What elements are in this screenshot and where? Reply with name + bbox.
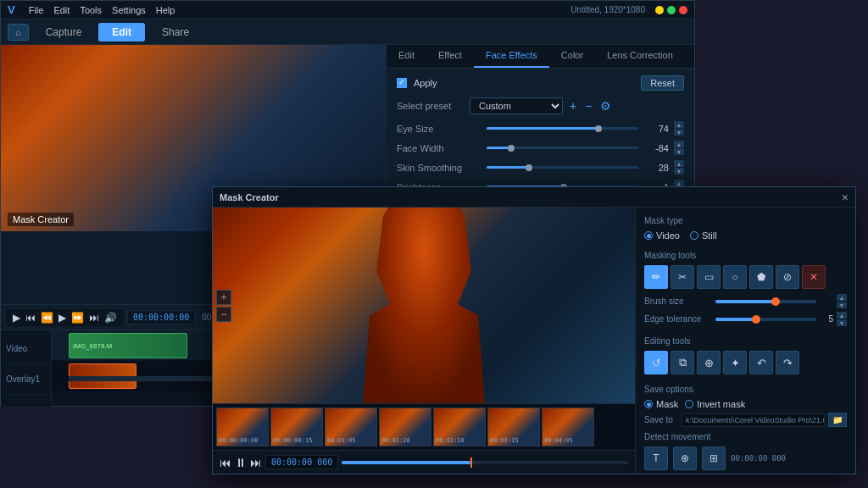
edit-tool-6[interactable]: ↷ xyxy=(776,351,799,374)
maximize-button[interactable] xyxy=(667,6,676,14)
detect-keyframe-button[interactable]: ⊕ xyxy=(673,446,697,470)
tab-color[interactable]: Color xyxy=(549,45,595,68)
menu-tools[interactable]: Tools xyxy=(80,5,102,15)
tab-edit-panel[interactable]: Edit xyxy=(387,45,426,68)
mask-play-pause-button[interactable]: ⏸ xyxy=(235,456,247,469)
edit-tool-5[interactable]: ↶ xyxy=(749,351,773,374)
film-frame-2[interactable]: 00:00:00:15 xyxy=(270,408,323,446)
eye-size-spinner[interactable]: ▲ ▼ xyxy=(674,121,684,136)
menu-edit[interactable]: Edit xyxy=(53,5,70,15)
reset-button[interactable]: Reset xyxy=(641,75,684,91)
edit-tool-3[interactable]: ⊕ xyxy=(697,351,721,374)
minimize-button[interactable] xyxy=(655,6,664,14)
film-frame-5[interactable]: 00:02:10 xyxy=(433,408,486,446)
remove-preset-button[interactable]: − xyxy=(583,99,593,113)
detect-text-button[interactable]: T xyxy=(644,446,668,470)
prev-button[interactable]: ⏮ xyxy=(24,312,37,324)
detect-play-button[interactable]: ⊞ xyxy=(702,446,726,470)
mask-type-video-label: Video xyxy=(656,230,680,241)
edit-tabs: Edit Effect Face Effects Color Lens Corr… xyxy=(387,45,694,69)
tab-share[interactable]: Share xyxy=(148,23,203,42)
play-pause-button[interactable]: ▶ xyxy=(57,312,68,324)
mask-close-button[interactable]: × xyxy=(842,191,849,204)
skin-smoothing-down[interactable]: ▼ xyxy=(674,168,684,175)
mask-type-video[interactable]: Video xyxy=(644,230,680,241)
menu-settings[interactable]: Settings xyxy=(112,5,146,15)
video-clip[interactable]: IMG_6878.M xyxy=(69,333,187,358)
eye-size-slider[interactable] xyxy=(487,127,638,130)
mask-timeline-bar[interactable] xyxy=(342,461,628,464)
smart-tool[interactable]: ⊘ xyxy=(776,265,799,289)
film-time-7: 00:04:05 xyxy=(544,437,573,444)
step-back-button[interactable]: ⏪ xyxy=(39,312,55,324)
tab-lens-correction[interactable]: Lens Correction xyxy=(595,45,685,68)
play-button[interactable]: ▶ xyxy=(11,312,22,324)
preset-select[interactable]: Custom xyxy=(470,97,563,114)
rect-tool[interactable]: ▭ xyxy=(697,265,721,289)
film-frame-3[interactable]: 00:01:05 xyxy=(325,408,377,446)
save-invert-option[interactable]: Invert mask xyxy=(685,399,745,409)
eye-size-down[interactable]: ▼ xyxy=(674,129,684,136)
browse-button[interactable]: 📁 xyxy=(828,413,847,427)
ellipse-tool[interactable]: ○ xyxy=(723,265,747,289)
save-mask-label: Mask xyxy=(656,399,678,409)
close-button[interactable] xyxy=(679,6,687,14)
menu-help[interactable]: Help xyxy=(156,5,175,15)
film-frame-6[interactable]: 00:03:15 xyxy=(487,408,540,446)
editing-tools-section: Editing tools ↺ ⧉ ⊕ ✦ ↶ ↷ xyxy=(644,336,847,374)
detect-timecode: 00:00:00 000 xyxy=(731,454,786,463)
mask-type-video-radio[interactable] xyxy=(644,231,653,240)
zoom-in-button[interactable]: + xyxy=(216,290,231,305)
save-invert-radio[interactable] xyxy=(685,400,693,408)
mask-next-button[interactable]: ⏭ xyxy=(250,456,262,469)
mask-prev-button[interactable]: ⏮ xyxy=(220,456,231,469)
next-button[interactable]: ⏭ xyxy=(87,312,101,324)
mask-type-still[interactable]: Still xyxy=(690,230,717,241)
edge-tolerance-spinner[interactable]: ▲ ▼ xyxy=(837,312,847,326)
edit-tool-2[interactable]: ⧉ xyxy=(670,351,694,374)
edge-tolerance-up[interactable]: ▲ xyxy=(837,312,847,319)
menu-file[interactable]: File xyxy=(29,5,44,15)
step-forward-button[interactable]: ⏩ xyxy=(70,312,86,324)
polygon-tool[interactable]: ⬟ xyxy=(749,265,773,289)
overlay-track-label: Overlay1 xyxy=(1,364,51,395)
tab-edit[interactable]: Edit xyxy=(98,23,145,42)
film-frame-7[interactable]: 00:04:05 xyxy=(542,408,594,446)
brush-size-up[interactable]: ▲ xyxy=(837,294,847,301)
film-frame-4[interactable]: 00:01:20 xyxy=(379,408,431,446)
save-mask-radio[interactable] xyxy=(644,400,653,408)
edit-tool-4[interactable]: ✦ xyxy=(723,351,747,374)
edit-tool-1[interactable]: ↺ xyxy=(644,351,668,374)
mask-type-still-radio[interactable] xyxy=(690,231,698,240)
window-title: Untitled, 1920*1080 xyxy=(570,5,645,14)
brush-size-spinner[interactable]: ▲ ▼ xyxy=(837,294,847,308)
save-mask-option[interactable]: Mask xyxy=(644,399,678,409)
edge-tolerance-down[interactable]: ▼ xyxy=(837,319,847,326)
skin-smoothing-up[interactable]: ▲ xyxy=(674,160,684,167)
brush-size-down[interactable]: ▼ xyxy=(837,302,847,308)
add-preset-button[interactable]: + xyxy=(568,99,578,113)
tab-face-effects[interactable]: Face Effects xyxy=(474,45,549,68)
brush-size-slider[interactable] xyxy=(715,300,816,303)
film-frame-1[interactable]: 00:00:00:00 xyxy=(216,408,269,446)
eye-size-up[interactable]: ▲ xyxy=(674,121,684,128)
clear-tool[interactable]: ✕ xyxy=(802,265,826,289)
tab-effect[interactable]: Effect xyxy=(426,45,474,68)
skin-smoothing-slider[interactable] xyxy=(487,166,638,169)
face-width-spinner[interactable]: ▲ ▼ xyxy=(674,141,684,155)
skin-smoothing-spinner[interactable]: ▲ ▼ xyxy=(674,160,684,175)
zoom-out-button[interactable]: − xyxy=(216,307,231,322)
brush-tool[interactable]: ✏ xyxy=(644,265,668,289)
eraser-tool[interactable]: ✂ xyxy=(670,265,694,289)
face-width-slider[interactable] xyxy=(487,147,638,149)
face-width-down[interactable]: ▼ xyxy=(674,148,684,155)
edge-tolerance-slider[interactable] xyxy=(715,318,816,321)
tab-capture[interactable]: Capture xyxy=(32,23,96,42)
home-button[interactable]: ⌂ xyxy=(8,24,29,41)
preset-options-button[interactable]: ⚙ xyxy=(598,99,613,113)
brightness-up[interactable]: ▲ xyxy=(674,180,684,186)
face-width-up[interactable]: ▲ xyxy=(674,141,684,147)
apply-checkbox[interactable] xyxy=(397,78,407,88)
volume-button[interactable]: 🔊 xyxy=(103,312,119,324)
mask-preview: + − 00:00:00:00 00:00:00:15 00:01:05 00:… xyxy=(213,208,635,474)
